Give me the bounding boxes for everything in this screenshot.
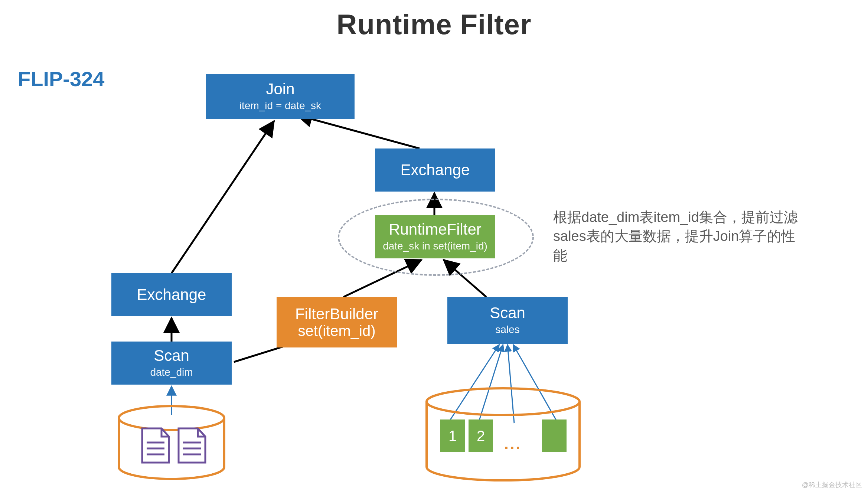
node-filter-builder: FilterBuilder set(item_id) xyxy=(277,297,397,347)
node-join-subtitle: item_id = date_sk xyxy=(239,99,321,112)
node-scan-sales-title: Scan xyxy=(490,304,525,321)
partition-n xyxy=(542,419,567,452)
node-runtime-filter: RuntimeFilter date_sk in set(item_id) xyxy=(375,215,495,258)
node-exchange-right: Exchange xyxy=(375,148,495,192)
node-scan-date-dim: Scan date_dim xyxy=(111,342,232,385)
diagram-canvas: Runtime Filter FLIP-324 xyxy=(0,0,868,493)
node-filter-builder-title: FilterBuilder xyxy=(295,306,378,323)
node-join-title: Join xyxy=(266,81,294,98)
node-exchange-left-title: Exchange xyxy=(137,286,206,303)
node-scan-date-dim-title: Scan xyxy=(154,347,189,364)
node-exchange-left: Exchange xyxy=(111,273,232,316)
partition-1: 1 xyxy=(440,419,465,452)
partition-2: 2 xyxy=(469,419,493,452)
node-scan-sales: Scan sales xyxy=(447,297,568,344)
node-runtime-filter-subtitle: date_sk in set(item_id) xyxy=(383,239,487,253)
node-filter-builder-subtitle: set(item_id) xyxy=(298,323,376,339)
node-runtime-filter-title: RuntimeFilter xyxy=(389,221,482,238)
node-scan-sales-subtitle: sales xyxy=(495,323,519,336)
flip-label: FLIP-324 xyxy=(18,67,104,91)
node-scan-date-dim-subtitle: date_dim xyxy=(150,366,193,379)
svg-line-1 xyxy=(172,121,274,273)
page-title: Runtime Filter xyxy=(0,8,868,40)
partition-ellipsis: ... xyxy=(504,435,522,453)
svg-point-19 xyxy=(427,388,580,415)
node-exchange-right-title: Exchange xyxy=(401,161,470,179)
svg-line-6 xyxy=(297,115,420,148)
watermark: @稀土掘金技术社区 xyxy=(802,480,862,489)
annotation-text: 根据date_dim表item_id集合，提前过滤sales表的大量数据，提升J… xyxy=(553,208,798,265)
documents-icon xyxy=(139,426,210,467)
node-join: Join item_id = date_sk xyxy=(206,74,355,119)
